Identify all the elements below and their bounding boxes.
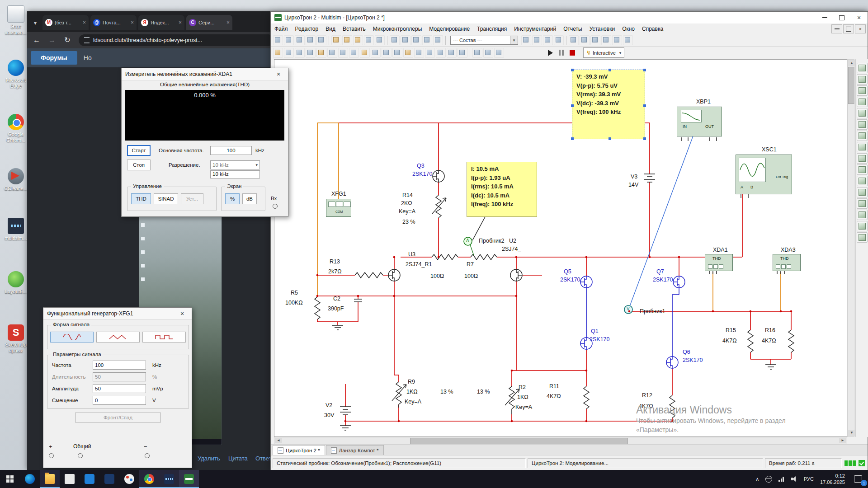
place-text-icon[interactable] — [494, 48, 504, 58]
rotate-ccw-icon[interactable] — [532, 35, 542, 45]
close-icon[interactable]: × — [273, 70, 284, 78]
open-file-icon[interactable] — [284, 35, 294, 45]
menu-reports[interactable]: Отчеты — [560, 26, 585, 32]
menu-view[interactable]: Вид — [322, 26, 339, 32]
current-clamp-icon[interactable] — [857, 232, 868, 243]
menu-edit[interactable]: Редактор — [292, 26, 322, 32]
place-connector-icon[interactable] — [436, 48, 446, 58]
print-icon[interactable] — [306, 35, 316, 45]
place-source-icon[interactable] — [273, 48, 283, 58]
network-icon[interactable] — [762, 470, 775, 488]
place-peripherals-icon[interactable] — [403, 48, 413, 58]
hidden-icons-chevron[interactable]: ∧ — [752, 470, 762, 488]
stop-button[interactable]: Стоп — [127, 160, 151, 170]
interactive-dropdown[interactable]: ↯ Interactive ▾ — [583, 47, 624, 58]
bode-plotter-instrument[interactable]: IN OUT — [677, 107, 722, 136]
design-toolbox-icon[interactable] — [422, 35, 432, 45]
scroll-right-icon[interactable]: ► — [839, 438, 846, 443]
zoom-in-icon[interactable] — [569, 35, 579, 45]
tab-close-icon[interactable]: × — [131, 19, 134, 26]
place-analog-icon[interactable] — [316, 48, 326, 58]
tab-close-icon[interactable]: × — [226, 19, 230, 26]
resolution-option[interactable]: 10 kHz — [210, 170, 260, 178]
taskbar-store[interactable] — [60, 470, 80, 488]
tab-search-icon[interactable]: ▾ — [31, 19, 40, 28]
zoom-area-icon[interactable] — [590, 35, 600, 45]
menu-file[interactable]: Файл — [271, 26, 292, 32]
desktop-icon-edge[interactable]: Microsoft Edge — [3, 60, 29, 89]
mdi-close-icon[interactable]: × — [855, 24, 866, 33]
multisim-title-bar[interactable]: ЦиркоТрон 2 - Multisim - [ЦиркоТрон 2 *]… — [271, 12, 868, 24]
iv-analyzer-icon[interactable] — [857, 176, 868, 186]
bode-plotter-icon[interactable] — [857, 119, 868, 130]
place-bus-icon[interactable] — [483, 48, 493, 58]
undo-icon[interactable] — [364, 35, 374, 45]
pause-simulation-icon[interactable] — [558, 50, 564, 56]
paste-icon[interactable] — [353, 35, 363, 45]
distortion-analyzer-xda3[interactable]: THD — [773, 254, 801, 271]
run-simulation-icon[interactable] — [548, 50, 553, 56]
network-analyzer-icon[interactable] — [857, 210, 868, 220]
spectrum-analyzer-icon[interactable] — [857, 198, 868, 209]
taskbar-multisim[interactable] — [179, 470, 199, 488]
dialog-title-bar[interactable]: Функциональный генератор-XFG1 × — [43, 308, 192, 320]
fullscreen-icon[interactable] — [612, 35, 622, 45]
multimeter-icon[interactable] — [857, 63, 868, 73]
taskbar-clock[interactable]: 0:12 17.06.2025 — [817, 470, 848, 488]
measurement-probe-icon[interactable] — [857, 221, 868, 231]
forward-icon[interactable]: → — [46, 34, 58, 46]
flip-horizontal-icon[interactable] — [543, 35, 553, 45]
tab-close-icon[interactable]: × — [179, 19, 182, 26]
place-ttl-icon[interactable] — [327, 48, 337, 58]
desktop-icon-ccleaner[interactable]: CCleane... — [3, 168, 29, 192]
print-preview-icon[interactable] — [316, 35, 326, 45]
scroll-left-icon[interactable]: ◄ — [275, 438, 282, 443]
menu-place[interactable]: Вставить — [339, 26, 369, 32]
menu-transfer[interactable]: Трансляция — [473, 26, 510, 32]
new-file-icon[interactable] — [273, 35, 283, 45]
amplitude-input[interactable] — [93, 384, 146, 393]
word-generator-icon[interactable] — [857, 142, 868, 152]
place-basic-icon[interactable] — [284, 48, 294, 58]
canvas-vertical-scrollbar[interactable]: ▲ ▼ — [847, 59, 854, 437]
close-icon[interactable]: × — [850, 12, 868, 23]
place-diode-icon[interactable] — [295, 48, 305, 58]
place-misc-digital-icon[interactable] — [349, 48, 359, 58]
dialog-title-bar[interactable]: Измеритель нелинейных искажений-XDA1 × — [122, 68, 288, 80]
place-wire-icon[interactable] — [472, 48, 482, 58]
rotate-cw-icon[interactable] — [521, 35, 531, 45]
spreadsheet-view-icon[interactable] — [433, 35, 443, 45]
db-button[interactable]: dB — [242, 193, 257, 204]
sheet-tab-lanzar[interactable]: Ланзар Компот * — [326, 445, 384, 455]
desktop-icon-sketchup[interactable]: SketchUp ярлык — [3, 324, 29, 353]
zoom-out-icon[interactable] — [580, 35, 590, 45]
copy-icon[interactable] — [342, 35, 352, 45]
distortion-analyzer-dialog[interactable]: Измеритель нелинейных искажений-XDA1 × О… — [121, 68, 288, 217]
duty-input[interactable] — [93, 372, 146, 381]
sine-wave-button[interactable] — [50, 332, 94, 343]
percent-button[interactable]: % — [225, 193, 240, 204]
nav-item-more[interactable]: Но — [84, 54, 92, 61]
help-icon[interactable] — [623, 35, 633, 45]
quote-link[interactable]: Цитата — [228, 455, 248, 462]
scroll-down-icon[interactable]: ▼ — [848, 430, 855, 436]
menu-simulate[interactable]: Моделирование — [425, 26, 473, 32]
action-center-icon[interactable]: 1 — [848, 470, 868, 488]
place-rf-icon[interactable] — [414, 48, 424, 58]
menu-window[interactable]: Окно — [618, 26, 638, 32]
menu-tools[interactable]: Инструментарий — [510, 26, 560, 32]
volume-icon[interactable] — [788, 470, 801, 488]
page-bounds-icon[interactable] — [401, 35, 410, 45]
sheet-tab-cirkotron[interactable]: ЦиркоТрон 2 * — [273, 445, 325, 455]
function-generator-instrument[interactable]: COM — [326, 199, 351, 217]
function-generator-icon[interactable] — [857, 74, 868, 84]
place-hierarchical-icon[interactable] — [458, 48, 467, 58]
browser-tab[interactable]: M (без т... × — [42, 15, 89, 30]
tab-close-icon[interactable]: × — [83, 19, 86, 26]
resolution-dropdown[interactable]: 10 kHz ▾ — [210, 160, 260, 169]
frequency-input[interactable] — [93, 361, 146, 370]
start-button[interactable] — [0, 470, 20, 488]
desktop-icon-multisim[interactable]: multisim... — [3, 218, 29, 241]
address-bar[interactable]: ldsound.club/threads/chisto-polevye-pros… — [79, 34, 274, 46]
oscilloscope-icon[interactable] — [857, 97, 868, 107]
